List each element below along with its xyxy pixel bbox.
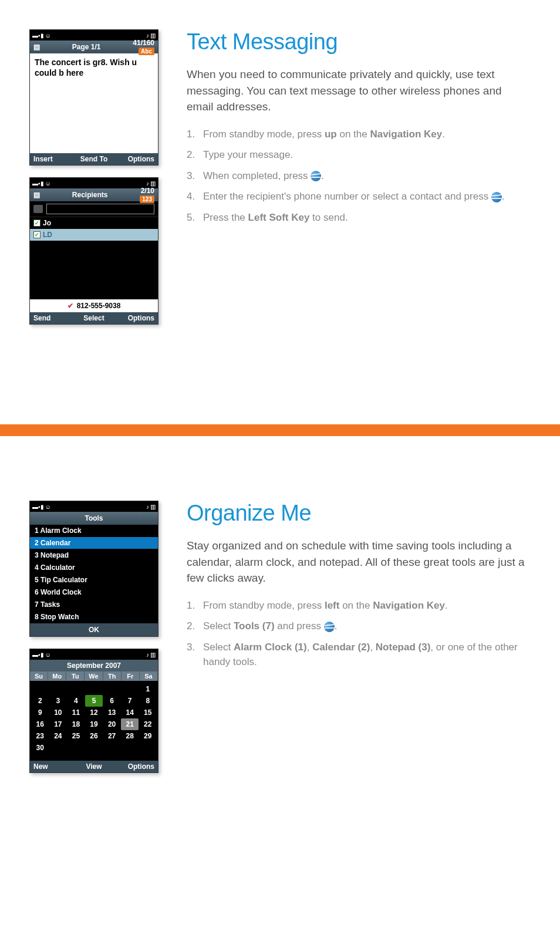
heading-organize-me: Organize Me: [187, 501, 525, 526]
signal-icon: ▬▪▮: [32, 504, 44, 510]
step-3: Select Alarm Clock (1), Calendar (2), No…: [187, 640, 525, 670]
calendar-highlight[interactable]: 21: [121, 718, 139, 730]
phone-compose: ▬▪▮ ☺ ♪ ▥ ▤ Page 1/1 41/160 Abc The conc…: [29, 29, 158, 166]
checkbox-icon: ✓: [33, 220, 41, 227]
message-textarea[interactable]: The concert is gr8. Wish u could b here: [30, 53, 158, 153]
phone-number: 812-555-9038: [77, 302, 121, 310]
battery-icon: ▥: [150, 652, 156, 658]
softkey-new[interactable]: New: [33, 762, 74, 771]
recipients-title: Recipients: [40, 191, 140, 199]
organize-me-section: ▬▪▮ ☺ ♪ ▥ Tools 1 Alarm Clock 2 Calendar…: [29, 501, 525, 785]
phone-tools: ▬▪▮ ☺ ♪ ▥ Tools 1 Alarm Clock 2 Calendar…: [29, 501, 158, 637]
input-mode-badge: 123: [140, 195, 154, 203]
title-bar: Tools: [30, 512, 158, 525]
battery-icon: ▥: [150, 32, 156, 39]
att-globe-icon: [324, 622, 335, 632]
text-messaging-section: ▬▪▮ ☺ ♪ ▥ ▤ Page 1/1 41/160 Abc The conc…: [29, 29, 525, 336]
softkey-bar: Send Select Options: [30, 312, 158, 324]
softkey-sendto[interactable]: Send To: [74, 155, 114, 163]
music-icon: ♪: [146, 180, 149, 187]
softkey-options[interactable]: Options: [114, 762, 154, 771]
tool-item[interactable]: 3 Notepad: [30, 549, 158, 562]
intro-text: Stay organized and on schedule with time…: [187, 538, 525, 586]
battery-icon: ▥: [150, 504, 156, 510]
recipient-name: Jo: [43, 219, 51, 227]
music-icon: ♪: [146, 504, 149, 510]
step-2: Type your message.: [187, 147, 525, 163]
status-bar: ▬▪▮ ☺ ♪ ▥: [30, 501, 158, 512]
att-globe-icon: [311, 171, 321, 181]
page-indicator: Page 1/1: [40, 43, 133, 51]
softkey-options[interactable]: Options: [114, 314, 154, 322]
step-1: From standby mode, press left on the Nav…: [187, 598, 525, 613]
recipient-list-space: [30, 241, 158, 299]
check-icon: ✔: [68, 302, 73, 310]
to-icon: [33, 205, 43, 213]
status-bar: ▬▪▮ ☺ ♪ ▥: [30, 649, 158, 660]
char-count: 41/160: [133, 39, 154, 47]
recipient-name: LD: [43, 231, 52, 239]
signal-icon: ▬▪▮: [32, 32, 44, 39]
tool-item-selected[interactable]: 2 Calendar: [30, 537, 158, 549]
phone-recipients: ▬▪▮ ☺ ♪ ▥ ▤ Recipients 2/10 123 ✓: [29, 177, 158, 325]
softkey-select[interactable]: Select: [74, 314, 114, 322]
section-divider: [0, 424, 560, 436]
heading-text-messaging: Text Messaging: [187, 29, 525, 55]
tool-item[interactable]: 4 Calculator: [30, 562, 158, 574]
steps-list: From standby mode, press up on the Navig…: [187, 127, 525, 225]
step-3: When completed, press .: [187, 168, 525, 184]
tool-item[interactable]: 6 World Clock: [30, 586, 158, 599]
title-bar: ▤ Recipients 2/10 123: [30, 188, 158, 201]
softkey-bar: New View Options: [30, 761, 158, 772]
smiley-icon: ☺: [45, 180, 51, 187]
signal-icon: ▬▪▮: [32, 652, 44, 658]
calendar-month-title: September 2007: [30, 660, 158, 671]
step-5: Press the Left Soft Key to send.: [187, 210, 525, 225]
step-2: Select Tools (7) and press .: [187, 619, 525, 634]
doc-icon: ▤: [33, 191, 40, 199]
softkey-send[interactable]: Send: [33, 314, 74, 322]
smiley-icon: ☺: [45, 652, 51, 658]
calendar-day-header: SuMoTuWeThFrSa: [30, 671, 158, 681]
phone-calendar: ▬▪▮ ☺ ♪ ▥ September 2007 SuMoTuWeThFrSa …: [29, 649, 158, 773]
music-icon: ♪: [146, 32, 149, 39]
tool-item[interactable]: 1 Alarm Clock: [30, 525, 158, 537]
recip-count: 2/10: [141, 187, 154, 195]
signal-icon: ▬▪▮: [32, 180, 44, 187]
smiley-icon: ☺: [45, 504, 51, 510]
softkey-insert[interactable]: Insert: [33, 155, 74, 163]
tool-item[interactable]: 7 Tasks: [30, 599, 158, 611]
softkey-ok[interactable]: OK: [30, 623, 158, 636]
recipient-item-selected[interactable]: ✓ LD: [30, 229, 158, 241]
att-globe-icon: [491, 192, 502, 202]
tools-title: Tools: [33, 514, 154, 522]
checkbox-icon: ✓: [33, 231, 41, 238]
recipient-input[interactable]: [46, 204, 154, 214]
step-1: From standby mode, press up on the Navig…: [187, 127, 525, 142]
status-bar: ▬▪▮ ☺ ♪ ▥: [30, 178, 158, 188]
smiley-icon: ☺: [45, 32, 51, 39]
input-mode-badge: Abc: [139, 48, 154, 55]
calendar-today[interactable]: 5: [85, 695, 103, 707]
recipient-input-row: [30, 201, 158, 217]
title-bar: ▤ Page 1/1 41/160 Abc: [30, 40, 158, 53]
battery-icon: ▥: [150, 180, 156, 187]
intro-text: When you need to communicate privately a…: [187, 66, 525, 115]
step-4: Enter the recipient's phone number or se…: [187, 189, 525, 204]
recipient-item[interactable]: ✓ Jo: [30, 217, 158, 229]
softkey-view[interactable]: View: [74, 762, 114, 771]
softkey-bar: Insert Send To Options: [30, 153, 158, 165]
tool-item[interactable]: 5 Tip Calculator: [30, 574, 158, 586]
calendar-grid: 1 2345678 9101112131415 16171819202122 2…: [30, 681, 158, 761]
steps-list: From standby mode, press left on the Nav…: [187, 598, 525, 670]
tools-list: 1 Alarm Clock 2 Calendar 3 Notepad 4 Cal…: [30, 525, 158, 623]
doc-icon: ▤: [33, 43, 40, 51]
tool-item[interactable]: 8 Stop Watch: [30, 611, 158, 623]
selected-number-bar: ✔ 812-555-9038: [30, 299, 158, 312]
music-icon: ♪: [146, 652, 149, 658]
softkey-options[interactable]: Options: [114, 155, 154, 163]
